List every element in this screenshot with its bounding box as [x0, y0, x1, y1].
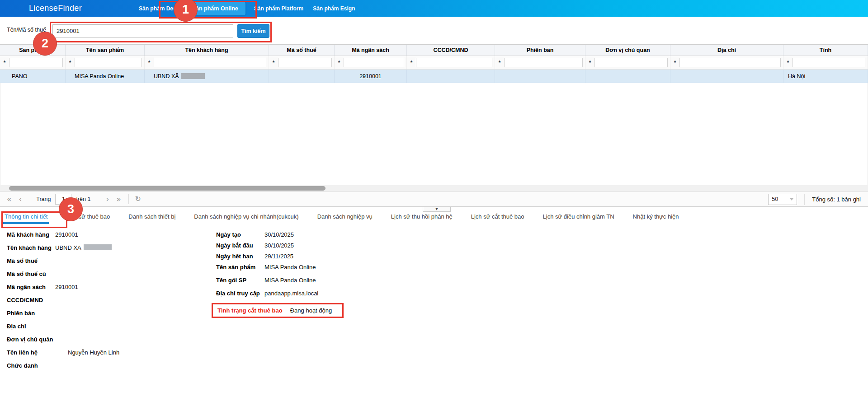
tab-nhat-ky-thuc-hien[interactable]: Nhật ký thực hiện: [633, 213, 679, 224]
detail-field: Mã ngân sách2910001: [7, 284, 170, 297]
field-label: Phiên bản: [7, 310, 55, 317]
tab-lich-su-cat-thue-bao[interactable]: Lịch sử cắt thuê bao: [471, 213, 524, 224]
tab-danh-sach-nghiep-vu-chi-nhanh[interactable]: Danh sách nghiệp vụ chi nhánh(cukcuk): [194, 213, 298, 224]
search-button[interactable]: Tìm kiếm: [237, 24, 269, 38]
field-label: Địa chỉ: [7, 323, 55, 330]
filter-input[interactable]: [504, 58, 583, 67]
detail-field: Phiên bản: [7, 310, 170, 323]
cell-cccd-cmnd: [407, 70, 495, 83]
detail-field: Tên sản phẩmMISA Panda Online: [216, 264, 406, 275]
column-header-ma-ngan-sach[interactable]: Mã ngân sách: [335, 45, 407, 56]
status-value: Đang hoạt động: [290, 307, 332, 314]
filter-operator-icon[interactable]: *: [336, 58, 342, 67]
table-filter-row: * * * * * * * * * *: [0, 56, 868, 70]
filter-cell: *: [495, 56, 585, 69]
column-header-tinh[interactable]: Tỉnh: [783, 45, 868, 56]
first-page-icon[interactable]: «: [7, 196, 11, 203]
detail-field: Ngày bắt đầu30/10/2025: [216, 242, 406, 253]
detail-field: Địa chỉ truy cậppandaapp.misa.local: [216, 290, 406, 301]
detail-field: CCCD/CMND: [7, 297, 170, 310]
prev-page-icon[interactable]: ‹: [19, 196, 22, 203]
last-page-icon[interactable]: »: [116, 196, 121, 203]
subscription-status-highlight-box: Tình trạng cắt thuê bao Đang hoạt động: [212, 303, 344, 318]
filter-operator-icon[interactable]: *: [270, 58, 277, 67]
filter-operator-icon[interactable]: *: [1, 58, 8, 67]
cell-ten-khach-hang: UBND XÃ: [145, 70, 269, 83]
tab-thong-tin-chi-tiet[interactable]: Thông tin chi tiết: [5, 213, 47, 224]
filter-input[interactable]: [594, 58, 668, 67]
filter-input[interactable]: [278, 58, 332, 67]
filter-cell: *: [145, 56, 269, 69]
page-size-select[interactable]: 50: [768, 194, 797, 205]
field-label: Ngày bắt đầu: [216, 242, 264, 249]
refresh-icon[interactable]: ↻: [135, 196, 141, 203]
divider: [128, 194, 129, 204]
filter-input[interactable]: [679, 58, 781, 67]
filter-operator-icon[interactable]: *: [496, 58, 503, 67]
detail-field: Mã số thuế cũ: [7, 271, 170, 284]
table-empty-area: [0, 83, 868, 185]
filter-input[interactable]: [416, 58, 492, 67]
pagination-bar: « ‹ Trang trên 1 › » ↻ 50 Tổng số: 1 bản…: [0, 191, 868, 207]
table-header-row: Sản phẩm Tên sản phẩm Tên khách hàng Mã …: [0, 44, 868, 56]
field-label: Mã khách hàng: [7, 231, 55, 238]
cell-san-pham: PANO: [0, 70, 66, 83]
detail-field: Địa chỉ: [7, 323, 170, 336]
tab-san-pham-online[interactable]: Sản phẩm Online: [185, 2, 245, 15]
search-input[interactable]: [52, 24, 233, 37]
filter-operator-icon[interactable]: *: [785, 58, 791, 67]
scrollbar-thumb[interactable]: [9, 186, 326, 191]
filter-input[interactable]: [793, 58, 865, 67]
tab-lich-su-thue-bao[interactable]: Lịch sử thuê bao: [66, 213, 110, 224]
filter-operator-icon[interactable]: *: [146, 58, 152, 67]
tab-lich-su-dieu-chinh-giam-tn[interactable]: Lịch sử điều chỉnh giảm TN: [543, 213, 614, 224]
detail-panel: Mã khách hàng2910001 Tên khách hàngUBND …: [0, 228, 868, 406]
detail-field: Mã số thuế: [7, 257, 170, 271]
column-header-cccd-cmnd[interactable]: CCCD/CMND: [407, 45, 495, 56]
field-label: Chức danh: [7, 362, 55, 369]
tab-danh-sach-nghiep-vu[interactable]: Danh sách nghiệp vụ: [317, 213, 373, 224]
detail-field: Ngày tạo30/10/2025: [216, 231, 406, 242]
horizontal-scrollbar[interactable]: [0, 185, 868, 191]
filter-input[interactable]: [9, 58, 63, 67]
filter-operator-icon[interactable]: *: [672, 58, 678, 67]
cell-dia-chi: [670, 70, 783, 83]
customer-name-text: UBND XÃ: [154, 73, 179, 79]
cell-ma-ngan-sach: 2910001: [335, 70, 407, 83]
filter-operator-icon[interactable]: *: [408, 58, 415, 67]
app-title: LicenseFinder: [29, 4, 82, 13]
detail-tabs: Thông tin chi tiết Lịch sử thuê bao Danh…: [5, 213, 679, 224]
detail-field: Mã khách hàng2910001: [7, 231, 170, 244]
filter-operator-icon[interactable]: *: [67, 58, 73, 67]
field-value: MISA Panda Online: [264, 277, 316, 284]
filter-input[interactable]: [154, 58, 266, 67]
redacted-text-block: [181, 73, 205, 79]
column-header-dia-chi[interactable]: Địa chỉ: [670, 45, 783, 56]
filter-cell: *: [585, 56, 670, 69]
filter-cell: *: [269, 56, 335, 69]
field-label: Tên liên hệ: [7, 349, 55, 356]
filter-input[interactable]: [344, 58, 404, 67]
tab-san-pham-esign[interactable]: Sản phẩm Esign: [312, 4, 356, 14]
column-header-don-vi-chu-quan[interactable]: Đơn vị chủ quản: [585, 45, 670, 56]
filter-operator-icon[interactable]: *: [587, 58, 593, 67]
field-value: Nguyễn Huyền Linh: [55, 349, 119, 356]
collapse-panel-button[interactable]: ▼: [423, 207, 451, 212]
column-header-san-pham[interactable]: Sản phẩm: [0, 45, 66, 56]
next-page-icon[interactable]: ›: [106, 196, 109, 203]
page-number-input[interactable]: [55, 194, 71, 205]
tab-danh-sach-thiet-bi[interactable]: Danh sách thiết bị: [128, 213, 175, 224]
filter-input[interactable]: [75, 58, 142, 67]
column-header-ten-khach-hang[interactable]: Tên khách hàng: [145, 45, 269, 56]
column-header-phien-ban[interactable]: Phiên bản: [495, 45, 585, 56]
column-header-ma-so-thue[interactable]: Mã số thuế: [269, 45, 335, 56]
tab-lich-su-thu-hoi-phan-he[interactable]: Lịch sử thu hồi phân hệ: [391, 213, 453, 224]
column-header-ten-san-pham[interactable]: Tên sản phẩm: [66, 45, 145, 56]
table-row[interactable]: PANO MISA Panda Online UBND XÃ 2910001 H…: [0, 70, 868, 83]
page-of-label: trên 1: [76, 196, 90, 202]
field-label: Tên sản phẩm: [216, 264, 264, 271]
field-label: Tên gói SP: [216, 277, 264, 284]
tab-san-pham-desktop[interactable]: Sản phẩm Des: [138, 4, 177, 14]
tab-san-pham-platform[interactable]: Sản phẩm Platform: [253, 4, 304, 14]
status-label: Tình trạng cắt thuê bao: [217, 307, 283, 314]
